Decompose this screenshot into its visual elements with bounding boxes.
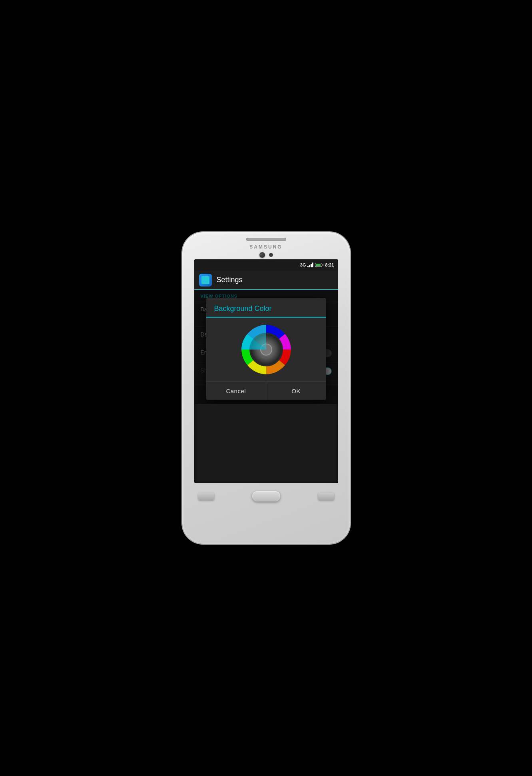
battery-fill [316, 264, 320, 266]
hw-menu-button[interactable] [198, 493, 214, 500]
app-title: Settings [217, 276, 243, 284]
battery-body [315, 263, 322, 267]
phone-device: SAMSUNG 3G [182, 232, 350, 544]
phone-screen: 3G 8:21 Settin [194, 259, 338, 483]
signal-bar-2 [309, 265, 310, 267]
ok-button[interactable]: OK [266, 382, 326, 400]
phone-bottom [182, 485, 350, 508]
color-picker-dialog: Background Color [206, 298, 326, 400]
front-camera [259, 252, 265, 258]
signal-label: 3G [300, 263, 306, 267]
sensor [269, 253, 273, 257]
dialog-buttons: Cancel OK [206, 381, 326, 400]
battery-icon [315, 263, 323, 267]
app-bar: Settings [194, 271, 338, 290]
signal-bar-4 [312, 263, 313, 267]
hw-home-button[interactable] [252, 491, 280, 501]
cancel-button[interactable]: Cancel [206, 382, 267, 400]
dialog-title: Background Color [206, 298, 326, 317]
speaker-grille [246, 238, 286, 241]
settings-content: VIEW OPTIONS Background Color Default Te… [194, 290, 338, 404]
signal-bar-3 [311, 264, 312, 267]
app-icon [199, 274, 212, 287]
battery-tip [323, 264, 323, 266]
signal-bar-1 [307, 266, 309, 267]
phone-top: SAMSUNG [182, 232, 350, 259]
color-wheel-container[interactable] [206, 317, 326, 381]
camera-row [259, 252, 273, 258]
status-icons: 3G 8:21 [300, 263, 334, 267]
brand-label: SAMSUNG [249, 244, 282, 250]
app-icon-inner [201, 276, 209, 284]
color-wheel-svg [238, 321, 294, 377]
time-display: 8:21 [325, 263, 334, 267]
status-bar: 3G 8:21 [194, 259, 338, 271]
hw-back-button[interactable] [318, 493, 334, 500]
signal-icon [307, 263, 313, 267]
